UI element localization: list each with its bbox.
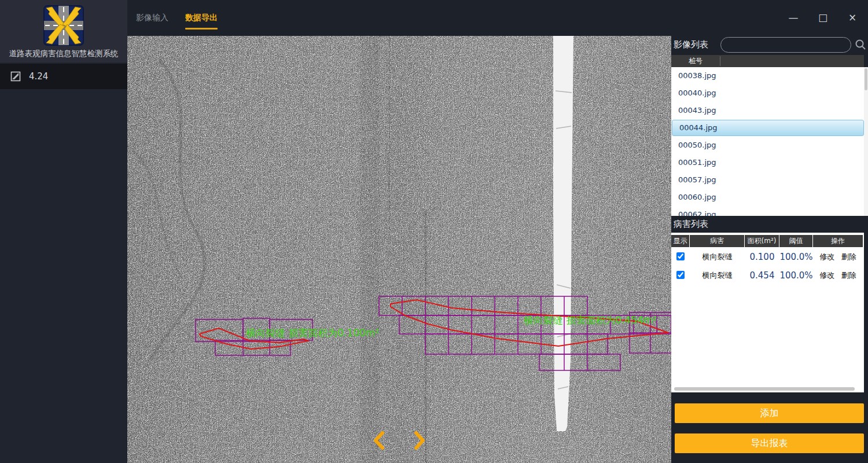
search-input[interactable]: [720, 37, 851, 53]
damage-list-title: 病害列表: [674, 219, 708, 230]
damage-type: 横向裂缝: [690, 252, 745, 262]
image-list-title: 影像列表: [674, 39, 708, 50]
annotation-label-1: 横向裂缝 损害面积为0.100m²: [246, 327, 379, 339]
column-area: 面积(m²): [745, 235, 779, 247]
list-item[interactable]: 00038.jpg: [671, 67, 868, 84]
image-list-scrollbar[interactable]: [864, 67, 868, 216]
modify-link[interactable]: 修改: [819, 252, 834, 262]
list-item[interactable]: 00057.jpg: [671, 171, 868, 189]
sidebar-item-version[interactable]: 4.24: [0, 64, 127, 89]
column-threshold: 阈值: [779, 235, 813, 247]
app-title: 道路表观病害信息智慧检测系统: [0, 49, 127, 59]
delete-link[interactable]: 删除: [841, 270, 856, 281]
column-operation: 操作: [813, 235, 863, 247]
damage-area: 0.454: [745, 270, 779, 281]
road-image: 横向裂缝 损害面积为0.100m² 横向裂缝: [127, 36, 671, 463]
damage-threshold: 100.0%: [779, 252, 813, 262]
damage-area: 0.100: [745, 252, 779, 262]
damage-table-hscrollbar[interactable]: [674, 387, 855, 391]
damage-type: 横向裂缝: [690, 270, 745, 281]
right-panel: 影像列表 桩号 00038.jpg 00040.jpg 00043.jpg 00…: [671, 36, 868, 463]
damage-threshold: 100.0%: [779, 270, 813, 281]
scrollbar-thumb[interactable]: [865, 68, 867, 90]
damage-table: 显示 病害 面积(m²) 阈值 操作 横向裂缝 0.100 100.0% 修改 …: [671, 233, 864, 392]
table-row: 横向裂缝 0.454 100.0% 修改 删除: [671, 267, 864, 284]
visibility-checkbox[interactable]: [676, 271, 685, 279]
window-controls: — □ ×: [788, 10, 858, 24]
table-row: 横向裂缝 0.100 100.0% 修改 删除: [671, 248, 864, 266]
sidebar: 道路表观病害信息智慧检测系统 4.24: [0, 0, 127, 463]
damage-table-header: 显示 病害 面积(m²) 阈值 操作: [671, 235, 864, 247]
image-list-column-header: 桩号: [671, 55, 864, 67]
tab-data-export[interactable]: 数据导出: [185, 10, 218, 25]
list-item[interactable]: 00062.jpg: [671, 206, 868, 216]
titlebar: 影像输入 数据导出 — □ ×: [127, 0, 868, 36]
sidebar-header: 道路表观病害信息智慧检测系统: [0, 0, 127, 63]
tab-bar: 影像输入 数据导出: [136, 0, 218, 36]
add-button[interactable]: 添加: [675, 403, 864, 423]
minimize-button[interactable]: —: [788, 10, 799, 24]
app-logo-icon: [43, 5, 84, 46]
list-item-selected[interactable]: 00044.jpg: [672, 120, 864, 136]
road-image-viewer[interactable]: 横向裂缝 损害面积为0.100m² 横向裂缝: [127, 36, 671, 463]
list-item[interactable]: 00043.jpg: [671, 102, 868, 119]
list-item[interactable]: 00050.jpg: [671, 137, 868, 154]
tab-image-input[interactable]: 影像输入: [136, 10, 168, 25]
column-damage: 病害: [690, 235, 745, 247]
list-item[interactable]: 00051.jpg: [671, 154, 868, 171]
list-item[interactable]: 00040.jpg: [671, 84, 868, 102]
export-report-button[interactable]: 导出报表: [675, 433, 864, 453]
annotation-label-2: 横向裂缝 损害面积为0.454m²: [524, 314, 657, 326]
search-icon[interactable]: [854, 38, 867, 51]
column-show: 显示: [671, 235, 690, 247]
image-list: 00038.jpg 00040.jpg 00043.jpg 00044.jpg …: [671, 67, 868, 216]
list-item[interactable]: 00060.jpg: [671, 189, 868, 206]
visibility-checkbox[interactable]: [676, 252, 685, 260]
version-label: 4.24: [29, 71, 48, 82]
maximize-button[interactable]: □: [818, 10, 828, 24]
modify-link[interactable]: 修改: [819, 270, 834, 281]
column-stake-number: 桩号: [671, 56, 720, 66]
close-button[interactable]: ×: [847, 10, 858, 24]
damage-list-titlebar: 病害列表: [671, 216, 868, 233]
delete-link[interactable]: 删除: [841, 252, 856, 262]
edit-icon: [10, 71, 21, 82]
